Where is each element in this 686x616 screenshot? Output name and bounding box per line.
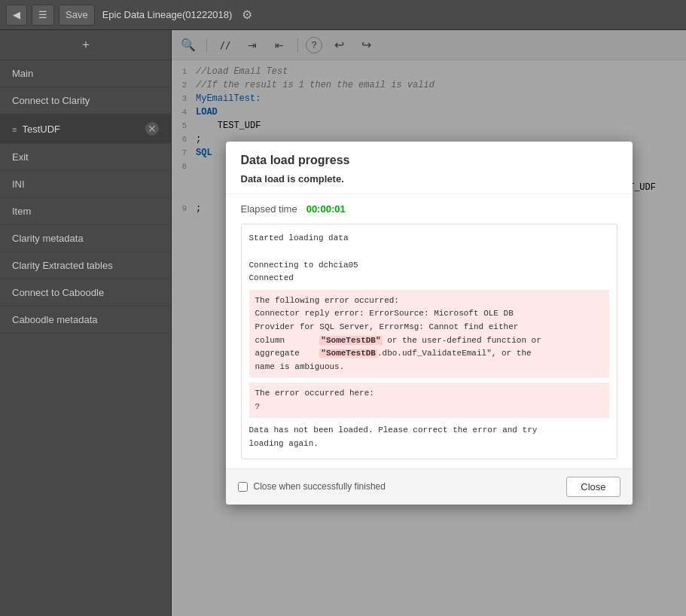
sidebar-item-exit[interactable]: Exit [0, 144, 171, 171]
close-section-icon[interactable]: ✕ [145, 122, 159, 136]
modal-body: Elapsed time 00:00:01 Started loading da… [226, 194, 633, 468]
editor-area: 🔍 // ⇥ ⇤ ? ↩ ↪ 1 //Load Email Test 2 //I… [172, 30, 686, 616]
elapsed-row: Elapsed time 00:00:01 [241, 203, 617, 215]
sidebar-item-item[interactable]: Item [0, 198, 171, 225]
sidebar: ＋ Main Connect to Clarity ≡ TestUDF ✕ Ex… [0, 30, 172, 616]
add-item-button[interactable]: ＋ [0, 30, 171, 60]
page-title: Epic Data Lineage(01222018) [102, 9, 233, 20]
sidebar-item-ini[interactable]: INI [0, 171, 171, 198]
auto-close-checkbox[interactable] [238, 482, 248, 492]
auto-close-label[interactable]: Close when successfully finished [238, 481, 386, 492]
log-line-started: Started loading data [249, 232, 609, 245]
sidebar-item-clarity-metadata[interactable]: Clarity metadata [0, 225, 171, 252]
list-button[interactable]: ☰ [32, 5, 54, 26]
sidebar-item-connect-caboodle[interactable]: Connect to Caboodle [0, 279, 171, 306]
sidebar-item-clarity-extracted[interactable]: Clarity Extracted tables [0, 252, 171, 279]
settings-icon: ⚙ [236, 5, 258, 26]
elapsed-time: 00:00:01 [306, 203, 346, 215]
modal-close-button[interactable]: Close [566, 477, 620, 497]
log-line-connecting: Connecting to dchcia05 Connected [249, 259, 609, 285]
modal-title: Data load progress [241, 154, 617, 167]
save-button[interactable]: Save [59, 5, 95, 26]
modal-footer: Close when successfully finished Close [226, 468, 633, 505]
log-box: Started loading data Connecting to dchci… [241, 224, 617, 459]
modal-subtitle: Data load is complete. [241, 173, 617, 184]
top-toolbar: ◀ ☰ Save Epic Data Lineage(01222018) ⚙ [0, 0, 686, 30]
main-layout: ＋ Main Connect to Clarity ≡ TestUDF ✕ Ex… [0, 30, 686, 616]
auto-close-text: Close when successfully finished [254, 481, 386, 492]
log-error-block-1: The following error occurred: Connector … [249, 290, 609, 379]
log-line-final: Data has not been loaded. Please correct… [249, 424, 609, 450]
sidebar-section-label: ≡ TestUDF [12, 124, 60, 135]
log-error-block-2: The error occurred here: ? [249, 383, 609, 418]
back-button[interactable]: ◀ [6, 5, 27, 26]
modal-header: Data load progress Data load is complete… [226, 142, 633, 194]
data-load-modal: Data load progress Data load is complete… [226, 142, 633, 504]
plus-icon: ＋ [80, 37, 92, 53]
sidebar-item-caboodle-metadata[interactable]: Caboodle metadata [0, 306, 171, 334]
sidebar-item-testudf[interactable]: ≡ TestUDF ✕ [0, 114, 171, 144]
log-highlight-1: "SomeTestDB" [319, 336, 382, 345]
sidebar-item-main[interactable]: Main [0, 60, 171, 87]
hamburger-icon: ≡ [12, 125, 19, 134]
log-line-blank [249, 245, 609, 259]
log-highlight-2: "SomeTestDB [319, 349, 377, 358]
elapsed-label: Elapsed time [241, 203, 297, 215]
modal-overlay: Data load progress Data load is complete… [172, 30, 686, 616]
sidebar-item-connect-clarity[interactable]: Connect to Clarity [0, 87, 171, 114]
